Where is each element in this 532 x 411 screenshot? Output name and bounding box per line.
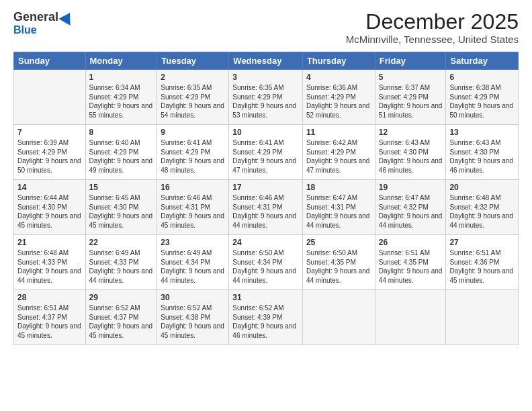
logo-blue: Blue [13, 24, 37, 36]
calendar-header-row: Sunday Monday Tuesday Wednesday Thursday… [14, 52, 519, 70]
day-info: Sunrise: 6:46 AMSunset: 4:31 PMDaylight:… [161, 193, 225, 230]
page: General Blue December 2025 McMinnville, … [0, 0, 532, 411]
day-number: 2 [161, 73, 225, 82]
day-number: 10 [232, 128, 299, 137]
day-info: Sunrise: 6:51 AMSunset: 4:35 PMDaylight:… [379, 248, 443, 285]
calendar-cell: 14Sunrise: 6:44 AMSunset: 4:30 PMDayligh… [14, 180, 86, 235]
calendar-cell: 30Sunrise: 6:52 AMSunset: 4:38 PMDayligh… [157, 290, 229, 345]
col-thursday: Thursday [302, 52, 375, 70]
day-info: Sunrise: 6:41 AMSunset: 4:29 PMDaylight:… [232, 138, 299, 175]
calendar-cell: 15Sunrise: 6:45 AMSunset: 4:30 PMDayligh… [85, 180, 157, 235]
day-number: 18 [306, 183, 371, 192]
day-number: 17 [232, 183, 299, 192]
day-number: 16 [161, 183, 225, 192]
day-info: Sunrise: 6:41 AMSunset: 4:29 PMDaylight:… [161, 138, 225, 175]
day-info: Sunrise: 6:51 AMSunset: 4:36 PMDaylight:… [449, 248, 515, 285]
calendar-cell: 1Sunrise: 6:34 AMSunset: 4:29 PMDaylight… [85, 70, 157, 125]
day-info: Sunrise: 6:48 AMSunset: 4:32 PMDaylight:… [449, 193, 515, 230]
day-number: 22 [89, 238, 154, 247]
header: General Blue December 2025 McMinnville, … [13, 10, 519, 45]
day-number: 14 [17, 183, 82, 192]
day-info: Sunrise: 6:47 AMSunset: 4:32 PMDaylight:… [379, 193, 443, 230]
day-number: 4 [306, 73, 371, 82]
calendar-cell: 13Sunrise: 6:43 AMSunset: 4:30 PMDayligh… [446, 125, 519, 180]
calendar-week-row: 1Sunrise: 6:34 AMSunset: 4:29 PMDaylight… [14, 70, 519, 125]
day-info: Sunrise: 6:38 AMSunset: 4:29 PMDaylight:… [449, 83, 515, 120]
calendar-week-row: 14Sunrise: 6:44 AMSunset: 4:30 PMDayligh… [14, 180, 519, 235]
day-info: Sunrise: 6:48 AMSunset: 4:33 PMDaylight:… [17, 248, 82, 285]
col-friday: Friday [375, 52, 446, 70]
day-info: Sunrise: 6:37 AMSunset: 4:29 PMDaylight:… [379, 83, 443, 120]
calendar-cell: 29Sunrise: 6:52 AMSunset: 4:37 PMDayligh… [85, 290, 157, 345]
day-number: 5 [379, 73, 443, 82]
calendar-cell: 17Sunrise: 6:46 AMSunset: 4:31 PMDayligh… [229, 180, 303, 235]
logo-general: General [13, 10, 58, 24]
location-title: McMinnville, Tennessee, United States [346, 34, 519, 45]
col-sunday: Sunday [14, 52, 86, 70]
calendar-cell: 31Sunrise: 6:52 AMSunset: 4:39 PMDayligh… [229, 290, 303, 345]
day-number: 24 [232, 238, 299, 247]
day-info: Sunrise: 6:49 AMSunset: 4:33 PMDaylight:… [89, 248, 154, 285]
day-number: 26 [379, 238, 443, 247]
day-number: 29 [89, 293, 154, 302]
day-number: 7 [17, 128, 82, 137]
calendar-cell: 9Sunrise: 6:41 AMSunset: 4:29 PMDaylight… [157, 125, 229, 180]
calendar-cell: 6Sunrise: 6:38 AMSunset: 4:29 PMDaylight… [446, 70, 519, 125]
day-number: 6 [449, 73, 515, 82]
day-info: Sunrise: 6:52 AMSunset: 4:39 PMDaylight:… [232, 304, 299, 340]
day-number: 19 [379, 183, 443, 192]
day-number: 12 [379, 128, 443, 137]
col-tuesday: Tuesday [157, 52, 229, 70]
calendar-cell: 22Sunrise: 6:49 AMSunset: 4:33 PMDayligh… [85, 235, 157, 290]
day-number: 30 [161, 293, 225, 302]
day-info: Sunrise: 6:35 AMSunset: 4:29 PMDaylight:… [232, 83, 299, 120]
calendar-cell [14, 70, 86, 125]
day-info: Sunrise: 6:47 AMSunset: 4:31 PMDaylight:… [306, 193, 371, 230]
day-info: Sunrise: 6:39 AMSunset: 4:29 PMDaylight:… [17, 138, 82, 175]
calendar-cell: 3Sunrise: 6:35 AMSunset: 4:29 PMDaylight… [229, 70, 303, 125]
title-section: December 2025 McMinnville, Tennessee, Un… [346, 10, 519, 45]
day-number: 31 [232, 293, 299, 302]
day-info: Sunrise: 6:43 AMSunset: 4:30 PMDaylight:… [449, 138, 515, 175]
day-info: Sunrise: 6:36 AMSunset: 4:29 PMDaylight:… [306, 83, 371, 120]
calendar-cell: 4Sunrise: 6:36 AMSunset: 4:29 PMDaylight… [302, 70, 375, 125]
col-saturday: Saturday [446, 52, 519, 70]
calendar-cell: 19Sunrise: 6:47 AMSunset: 4:32 PMDayligh… [375, 180, 446, 235]
calendar-cell: 26Sunrise: 6:51 AMSunset: 4:35 PMDayligh… [375, 235, 446, 290]
calendar-cell: 20Sunrise: 6:48 AMSunset: 4:32 PMDayligh… [446, 180, 519, 235]
calendar-cell: 27Sunrise: 6:51 AMSunset: 4:36 PMDayligh… [446, 235, 519, 290]
day-number: 1 [89, 73, 154, 82]
day-info: Sunrise: 6:35 AMSunset: 4:29 PMDaylight:… [161, 83, 225, 120]
day-info: Sunrise: 6:45 AMSunset: 4:30 PMDaylight:… [89, 193, 154, 230]
day-info: Sunrise: 6:50 AMSunset: 4:34 PMDaylight:… [232, 248, 299, 285]
day-info: Sunrise: 6:51 AMSunset: 4:37 PMDaylight:… [17, 304, 82, 340]
day-info: Sunrise: 6:49 AMSunset: 4:34 PMDaylight:… [161, 248, 225, 285]
day-number: 15 [89, 183, 154, 192]
logo-icon [58, 9, 75, 26]
calendar-cell: 2Sunrise: 6:35 AMSunset: 4:29 PMDaylight… [157, 70, 229, 125]
calendar-cell: 23Sunrise: 6:49 AMSunset: 4:34 PMDayligh… [157, 235, 229, 290]
calendar-week-row: 28Sunrise: 6:51 AMSunset: 4:37 PMDayligh… [14, 290, 519, 345]
calendar-cell: 18Sunrise: 6:47 AMSunset: 4:31 PMDayligh… [302, 180, 375, 235]
day-info: Sunrise: 6:50 AMSunset: 4:35 PMDaylight:… [306, 248, 371, 285]
col-monday: Monday [85, 52, 157, 70]
calendar-cell: 12Sunrise: 6:43 AMSunset: 4:30 PMDayligh… [375, 125, 446, 180]
day-info: Sunrise: 6:40 AMSunset: 4:29 PMDaylight:… [89, 138, 154, 175]
day-number: 3 [232, 73, 299, 82]
day-number: 21 [17, 238, 82, 247]
day-number: 25 [306, 238, 371, 247]
day-info: Sunrise: 6:52 AMSunset: 4:38 PMDaylight:… [161, 304, 225, 340]
calendar-cell: 11Sunrise: 6:42 AMSunset: 4:29 PMDayligh… [302, 125, 375, 180]
day-info: Sunrise: 6:52 AMSunset: 4:37 PMDaylight:… [89, 304, 154, 340]
calendar-cell [375, 290, 446, 345]
logo: General Blue [13, 10, 74, 36]
calendar-cell: 28Sunrise: 6:51 AMSunset: 4:37 PMDayligh… [14, 290, 86, 345]
day-number: 9 [161, 128, 225, 137]
col-wednesday: Wednesday [229, 52, 303, 70]
calendar-cell: 25Sunrise: 6:50 AMSunset: 4:35 PMDayligh… [302, 235, 375, 290]
calendar-cell: 7Sunrise: 6:39 AMSunset: 4:29 PMDaylight… [14, 125, 86, 180]
day-info: Sunrise: 6:42 AMSunset: 4:29 PMDaylight:… [306, 138, 371, 175]
day-number: 20 [449, 183, 515, 192]
calendar-table: Sunday Monday Tuesday Wednesday Thursday… [13, 52, 519, 345]
calendar-cell: 8Sunrise: 6:40 AMSunset: 4:29 PMDaylight… [85, 125, 157, 180]
